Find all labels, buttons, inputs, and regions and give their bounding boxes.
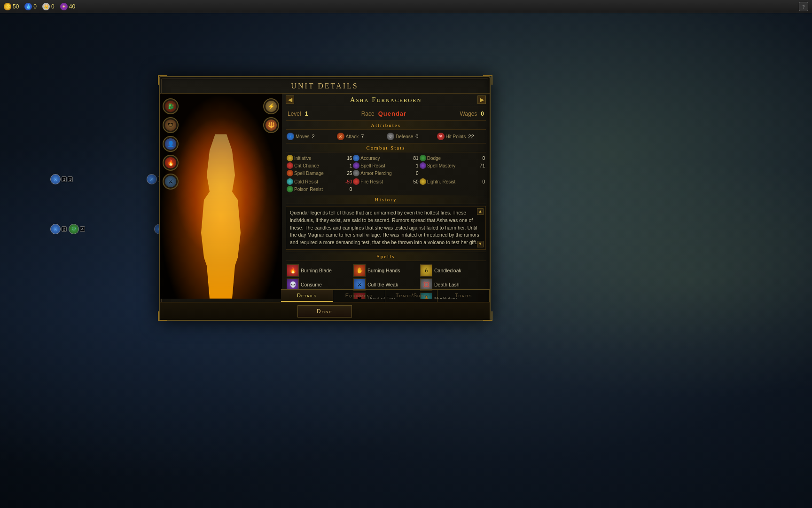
accuracy-icon: [353, 155, 359, 161]
class-icon-3[interactable]: 👤: [163, 136, 179, 152]
attr-defense: 🛡 Defense 0: [387, 133, 435, 140]
class-icon-4[interactable]: 🔥: [163, 155, 179, 171]
unit-name: Asha Furnaceborn: [294, 96, 477, 104]
history-scroll-up[interactable]: ▲: [477, 208, 484, 215]
crit-icon: [287, 162, 293, 169]
spell-mastery-label: Spell Mastery: [427, 163, 456, 168]
special-icon: ✦: [60, 3, 68, 10]
gold-icon: 🪙: [4, 3, 11, 10]
resource-gold: 🪙 50: [4, 3, 19, 10]
resource-crown: 👑 0: [42, 3, 55, 10]
dialog-body: 🐉 🛡 👤 🔥 ⚔ ⚡: [160, 94, 490, 299]
spell-mastery-value: 71: [479, 163, 485, 168]
spell-name: Consume: [301, 282, 322, 287]
hp-icon: ❤: [437, 133, 445, 140]
map-unit-2[interactable]: ⚔ 2 🛡 4: [50, 224, 85, 234]
fire-resist-icon: [353, 178, 359, 185]
history-box: ▲ Quendar legends tell of those that are…: [286, 206, 486, 250]
tab-traits[interactable]: Traits: [437, 290, 490, 302]
hp-value: 22: [468, 134, 474, 139]
moves-label: Moves: [296, 134, 309, 139]
topbar: 🪙 50 💧 0 👑 0 ✦ 40 ?: [0, 0, 812, 13]
unit-icon: ⚔: [50, 174, 61, 184]
alt-icon[interactable]: 🔱: [263, 117, 279, 133]
history-scroll-down[interactable]: ▼: [477, 241, 484, 247]
spell-item-burning-hands[interactable]: ✋Burning Hands: [353, 264, 418, 277]
unit-icon: ⚔: [147, 174, 157, 184]
spell-item-cull-the-weak[interactable]: ⚔Cull the Weak: [353, 278, 418, 291]
side-icons-left: 🐉 🛡 👤 🔥 ⚔: [163, 98, 179, 190]
unit-icon2: 🛡: [69, 224, 79, 234]
poison-resist-value: 0: [349, 187, 352, 192]
resist-row: Cold Resist -50 Fire Resist 50 Lightn. R…: [286, 177, 486, 193]
gold-value: 50: [13, 3, 19, 10]
resource-mana: 💧 0: [24, 3, 37, 10]
stat-crit: Crit Chance 1: [287, 162, 352, 169]
mana-value: 0: [33, 3, 37, 10]
unit-meta: Level 1 Race Quendar Wages 0: [286, 108, 486, 119]
help-button[interactable]: ?: [799, 2, 808, 11]
spell-item-death-lash[interactable]: 💢Death Lash: [420, 278, 485, 291]
tab-details[interactable]: Details: [281, 290, 333, 302]
spell-name: Burning Blade: [301, 268, 332, 273]
cold-resist-value: -50: [344, 179, 352, 184]
cold-resist-label: Cold Resist: [294, 179, 318, 184]
dialog-title-bar: Unit Details: [160, 77, 490, 94]
dialog-title: Unit Details: [291, 82, 358, 90]
defense-label: Defense: [396, 134, 413, 139]
lightn-resist-value: 0: [481, 179, 485, 184]
spell-item-consume[interactable]: 💀Consume: [287, 278, 351, 291]
spell-damage-value: 25: [346, 171, 352, 176]
stat-armor-piercing: Armor Piercing 0: [353, 170, 418, 176]
stat-spell-resist: Spell Resist 1: [353, 162, 418, 169]
done-button[interactable]: Done: [297, 305, 352, 318]
moves-value: 2: [312, 134, 314, 139]
map-unit-1[interactable]: ⚔ 3 3: [50, 174, 73, 184]
stat-spell-mastery: Spell Mastery 71: [420, 162, 485, 169]
tab-equipment[interactable]: Equipment: [333, 290, 385, 302]
attr-moves: 👣 Moves 2: [287, 133, 335, 140]
wages-label: Wages: [460, 111, 477, 117]
spell-name: Candlecloak: [434, 268, 461, 273]
lightn-resist-label: Lightn. Resist: [427, 179, 456, 184]
stat-dodge: Dodge 0: [420, 155, 485, 161]
class-icon-2[interactable]: 🛡: [163, 117, 179, 133]
spell-damage-label: Spell Damage: [294, 171, 324, 176]
unit-icon: ⚔: [50, 224, 61, 234]
class-icon-5[interactable]: ⚔: [163, 174, 179, 190]
class-icon-1[interactable]: 🐉: [163, 98, 179, 114]
spell-resist-label: Spell Resist: [360, 163, 385, 168]
spell-icon: 💀: [287, 278, 299, 291]
attributes-row: 👣 Moves 2 ⚔ Attack 7 🛡 Defense 0 ❤ Hit P…: [286, 131, 486, 142]
tab-trade-shop[interactable]: Trade/Shop: [385, 290, 437, 302]
stat-fire-resist: Fire Resist 50: [353, 178, 418, 185]
attr-hp: ❤ Hit Points 22: [437, 133, 485, 140]
poison-resist-label: Poison Resist: [294, 187, 323, 192]
attack-label: Attack: [346, 134, 359, 139]
spell-name: Burning Hands: [367, 268, 400, 273]
spell-icon: 🕯: [420, 264, 432, 277]
spell-item-burning-blade[interactable]: 🔥Burning Blade: [287, 264, 351, 277]
stat-accuracy: Accuracy 81: [353, 155, 418, 161]
spells-header: Spells: [286, 252, 486, 261]
dialog-footer: Done: [160, 302, 490, 320]
dodge-value: 0: [481, 156, 485, 161]
unit-race: Quendar: [378, 110, 406, 117]
next-unit-button[interactable]: ▶: [477, 95, 486, 104]
unit-details-dialog: Unit Details 🐉 🛡 👤: [159, 76, 491, 321]
initiative-value: 16: [346, 156, 352, 161]
unit-badge2: 3: [68, 176, 73, 182]
spell-item-candlecloak[interactable]: 🕯Candlecloak: [420, 264, 485, 277]
hp-label: Hit Points: [446, 134, 466, 139]
spell-icon: 💢: [420, 278, 432, 291]
portrait-icon[interactable]: ⚡: [263, 98, 279, 114]
crit-value: 1: [349, 163, 352, 168]
spell-resist-icon: [353, 162, 359, 169]
cold-resist-icon: [287, 178, 293, 185]
prev-unit-button[interactable]: ◀: [286, 95, 294, 104]
crown-value: 0: [51, 3, 55, 10]
spell-icon: ⚔: [353, 278, 366, 291]
attack-value: 7: [361, 134, 364, 139]
unit-badge: 3: [62, 176, 67, 182]
mana-icon: 💧: [24, 3, 32, 10]
